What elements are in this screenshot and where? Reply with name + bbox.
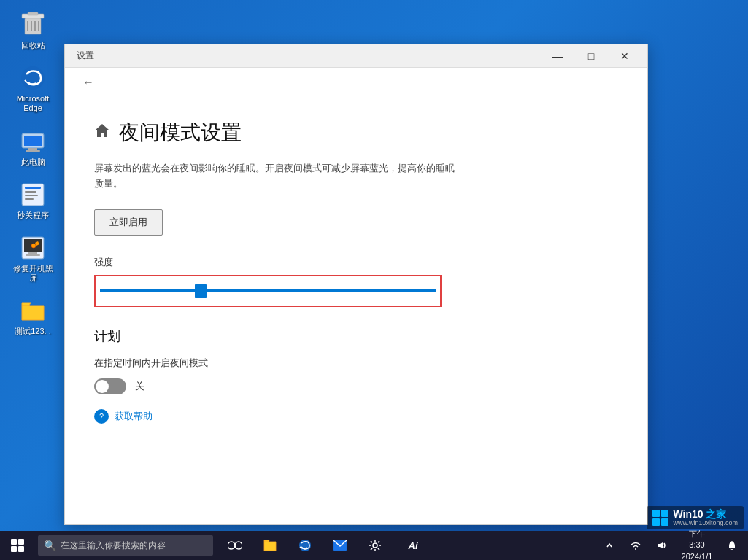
help-link[interactable]: 获取帮助 (115, 410, 153, 423)
toggle-row: 关 (94, 378, 618, 394)
home-icon (94, 122, 110, 143)
page-header: 夜间模式设置 (94, 112, 618, 147)
recycle-bin-icon (18, 10, 47, 39)
edge-label: Microsoft Edge (10, 94, 55, 113)
svg-rect-20 (26, 254, 40, 256)
taskbar-search-icon: 🔍 (44, 540, 56, 551)
page-title: 夜间模式设置 (119, 119, 242, 147)
svg-rect-6 (28, 12, 38, 15)
schedule-section: 计划 在指定时间内开启夜间模式 关 (94, 327, 618, 394)
repair-icon (18, 233, 47, 262)
svg-rect-10 (28, 148, 37, 150)
notification-button[interactable] (719, 531, 745, 560)
mail-taskbar-button[interactable] (324, 531, 356, 560)
minimize-button[interactable]: — (541, 44, 574, 68)
svg-rect-9 (24, 136, 42, 146)
edge-taskbar-button[interactable] (289, 531, 321, 560)
taskbar-center-icons (219, 531, 391, 560)
desktop-icon-edge[interactable]: Microsoft Edge (7, 61, 58, 116)
night-mode-toggle[interactable] (94, 378, 126, 394)
svg-rect-19 (28, 252, 37, 254)
svg-rect-13 (25, 187, 41, 189)
quick-prog-label: 秒关程序 (17, 211, 49, 220)
intensity-section: 强度 (94, 256, 618, 310)
badge-url-text: www.win10xitong.com (673, 519, 738, 526)
ai-label: Ai (409, 540, 418, 551)
toggle-knob (96, 380, 109, 393)
help-icon: ? (94, 409, 109, 424)
ai-button[interactable]: Ai (391, 531, 435, 560)
svg-rect-15 (25, 195, 38, 196)
svg-point-23 (235, 542, 242, 549)
edge-icon (18, 63, 47, 93)
task-view-button[interactable] (219, 531, 251, 560)
windows-logo-icon (652, 510, 668, 526)
desktop-icon-recycle[interactable]: 回收站 (7, 7, 58, 53)
schedule-desc: 在指定时间内开启夜间模式 (94, 357, 618, 370)
desktop-icons-area: 回收站 Microsoft Edge 此电脑 (7, 7, 58, 340)
desktop-icon-quick-prog[interactable]: 秒关程序 (7, 177, 58, 223)
this-pc-label: 此电脑 (21, 158, 45, 167)
svg-rect-11 (26, 150, 40, 152)
corner-badge: Win10 之家 www.win10xitong.com (647, 506, 744, 529)
taskbar-search-placeholder: 在这里输入你要搜索的内容 (61, 540, 166, 552)
this-pc-icon (18, 127, 47, 156)
description-text: 屏幕发出的蓝光会在夜间影响你的睡眠。开启夜间模式可减少屏幕蓝光，提高你的睡眠质量… (94, 161, 459, 192)
window-controls: — □ ✕ (541, 44, 641, 68)
maximize-button[interactable]: □ (574, 44, 608, 68)
file-explorer-button[interactable] (254, 531, 286, 560)
recycle-bin-label: 回收站 (21, 41, 45, 50)
network-icon[interactable] (622, 531, 649, 560)
settings-taskbar-button[interactable] (359, 531, 391, 560)
window-title-text: 设置 (77, 50, 541, 62)
desktop-icon-repair[interactable]: 修复开机黑屏 (7, 230, 58, 286)
window-titlebar: 设置 — □ ✕ (65, 44, 647, 68)
window-content: 夜间模式设置 屏幕发出的蓝光会在夜间影响你的睡眠。开启夜间模式可减少屏幕蓝光，提… (65, 97, 647, 524)
repair-label: 修复开机黑屏 (10, 264, 55, 283)
badge-win10-text: Win10 之家 (673, 509, 738, 519)
system-tray-expand-button[interactable] (596, 531, 622, 560)
start-icon (11, 539, 24, 552)
back-button[interactable]: ← (77, 71, 100, 94)
svg-point-26 (373, 543, 377, 548)
time-text: 下午 3:30 2024/1/1 (675, 529, 719, 560)
start-button[interactable] (0, 531, 35, 560)
window-nav: ← (65, 68, 647, 97)
desktop-icon-this-pc[interactable]: 此电脑 (7, 124, 58, 170)
svg-rect-16 (25, 198, 34, 200)
desktop-icon-test[interactable]: 测试123. . (7, 293, 58, 339)
slider-box (94, 275, 442, 307)
close-button[interactable]: ✕ (608, 44, 641, 68)
schedule-title: 计划 (94, 327, 618, 345)
help-row: ? 获取帮助 (94, 409, 618, 424)
clock-display[interactable]: 下午 3:30 2024/1/1 (675, 531, 719, 560)
intensity-label: 强度 (94, 256, 618, 269)
slider-thumb[interactable] (195, 284, 207, 298)
test-folder-icon (18, 296, 47, 325)
desktop: 回收站 Microsoft Edge 此电脑 (0, 0, 748, 560)
taskbar-search[interactable]: 🔍 在这里输入你要搜索的内容 (38, 535, 213, 556)
svg-point-21 (31, 244, 36, 248)
taskbar-right: 下午 3:30 2024/1/1 (596, 531, 748, 560)
badge-text: Win10 之家 www.win10xitong.com (673, 509, 738, 526)
activate-button[interactable]: 立即启用 (94, 209, 163, 236)
toggle-label: 关 (135, 380, 144, 393)
quick-prog-icon (18, 180, 47, 209)
test-label: 测试123. . (15, 327, 51, 336)
settings-window: 设置 — □ ✕ ← 夜间模式设置 屏幕发出的蓝光会在夜 (64, 44, 648, 525)
intensity-slider[interactable] (100, 289, 436, 292)
volume-icon[interactable] (649, 531, 675, 560)
svg-rect-14 (25, 191, 36, 192)
taskbar: 🔍 在这里输入你要搜索的内容 (0, 531, 748, 560)
svg-point-22 (228, 542, 235, 549)
